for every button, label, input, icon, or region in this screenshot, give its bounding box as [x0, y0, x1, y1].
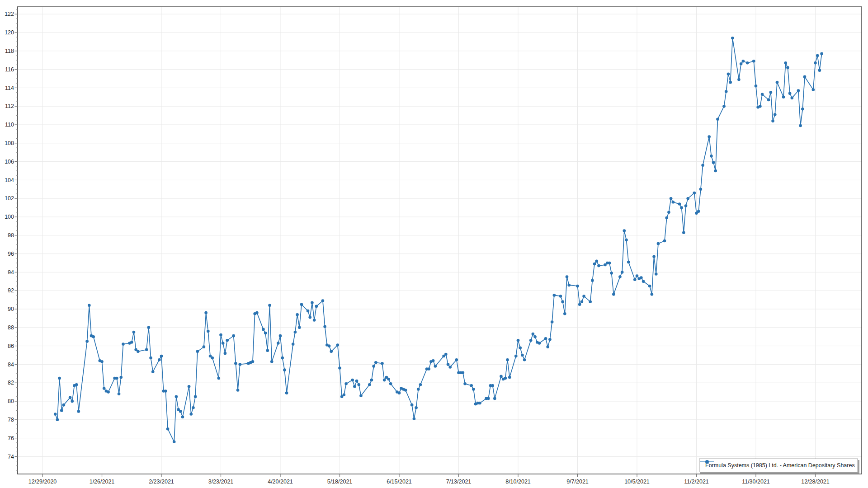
x-axis-tick-label: 5/18/2021 — [327, 479, 353, 485]
data-point-marker — [251, 360, 255, 363]
data-point-marker — [56, 418, 59, 422]
data-point-marker — [410, 404, 414, 407]
data-point-marker — [381, 362, 384, 365]
data-point-marker — [296, 313, 299, 316]
data-point-marker — [262, 328, 265, 331]
data-point-marker — [784, 61, 787, 65]
data-point-marker — [351, 379, 354, 382]
data-point-marker — [294, 331, 297, 334]
data-point-marker — [462, 371, 465, 374]
data-point-marker — [623, 229, 626, 232]
y-axis-tick-label: 82 — [8, 380, 14, 386]
data-point-marker — [88, 304, 91, 307]
y-axis-tick-label: 80 — [8, 398, 14, 404]
data-point-marker — [219, 333, 222, 337]
y-axis-tick-label: 76 — [8, 435, 14, 441]
data-point-marker — [655, 272, 658, 276]
y-axis-tick-label: 92 — [8, 287, 14, 294]
data-point-marker — [782, 96, 785, 99]
legend-series-marker-icon — [699, 459, 715, 465]
data-point-marker — [58, 377, 61, 380]
data-point-marker — [551, 320, 554, 324]
y-axis-tick-label: 96 — [8, 251, 14, 257]
data-point-marker — [374, 361, 377, 364]
data-point-marker — [727, 73, 730, 76]
data-point-marker — [693, 192, 696, 195]
data-point-marker — [627, 261, 630, 264]
data-point-marker — [678, 202, 681, 206]
data-point-marker — [211, 357, 214, 360]
data-point-marker — [115, 377, 118, 380]
data-point-marker — [404, 389, 407, 392]
y-axis-tick-label: 74 — [8, 454, 14, 460]
data-point-marker — [71, 400, 74, 403]
gridlines — [18, 7, 862, 474]
data-point-markers — [54, 37, 823, 443]
data-point-marker — [803, 75, 807, 79]
data-point-marker — [338, 366, 341, 370]
data-point-marker — [610, 272, 613, 275]
x-axis-tick-label: 3/23/2021 — [208, 479, 234, 485]
data-point-marker — [697, 210, 700, 213]
y-axis-tick-label: 98 — [8, 232, 14, 239]
data-point-marker — [234, 362, 237, 365]
data-point-marker — [277, 342, 280, 345]
price-chart[interactable]: 7476788082848688909294969810010210410610… — [0, 0, 868, 488]
x-axis-tick-label: 8/10/2021 — [505, 479, 531, 485]
data-point-marker — [519, 346, 522, 349]
data-point-marker — [308, 316, 311, 319]
data-point-marker — [699, 188, 703, 191]
data-point-marker — [508, 376, 511, 379]
data-point-marker — [710, 155, 713, 158]
data-point-marker — [330, 350, 333, 353]
y-axis-tick-label: 122 — [5, 11, 14, 17]
data-point-marker — [181, 415, 184, 418]
data-point-marker — [149, 357, 152, 360]
data-point-marker — [769, 91, 773, 94]
data-point-marker — [315, 305, 318, 308]
data-point-marker — [799, 124, 802, 127]
data-point-marker — [544, 337, 547, 340]
data-point-marker — [533, 335, 537, 338]
y-axis-tick-label: 108 — [5, 140, 14, 146]
y-axis-tick-label: 90 — [8, 306, 14, 312]
data-point-marker — [478, 402, 481, 405]
data-point-marker — [311, 301, 314, 304]
y-axis-tick-label: 106 — [5, 159, 14, 165]
data-point-marker — [767, 99, 770, 102]
x-axis-tick-label: 7/13/2021 — [446, 479, 472, 485]
data-point-marker — [686, 197, 689, 200]
data-point-marker — [814, 61, 817, 65]
data-point-marker — [578, 303, 581, 306]
data-point-marker — [761, 93, 764, 96]
data-point-marker — [447, 363, 450, 366]
x-axis-tick-label: 12/29/2020 — [28, 479, 57, 485]
data-point-marker — [563, 312, 566, 315]
data-point-marker — [283, 368, 286, 371]
data-point-marker — [665, 216, 668, 220]
data-point-marker — [640, 276, 643, 279]
data-point-marker — [797, 89, 800, 92]
data-point-marker — [196, 350, 199, 353]
data-point-marker — [708, 135, 711, 138]
data-point-marker — [491, 384, 494, 387]
data-point-marker — [589, 300, 592, 303]
x-axis-tick-label: 4/20/2021 — [268, 479, 293, 485]
x-axis-tick-label: 11/30/2021 — [742, 479, 770, 485]
data-point-marker — [432, 359, 435, 362]
data-point-marker — [532, 333, 535, 336]
data-point-marker — [529, 339, 533, 342]
data-point-marker — [597, 264, 600, 267]
x-axis-tick-label: 1/26/2021 — [90, 479, 115, 485]
data-point-marker — [222, 342, 225, 345]
data-point-marker — [266, 349, 269, 352]
data-point-marker — [591, 279, 594, 282]
data-point-marker — [636, 274, 639, 277]
data-point-marker — [389, 382, 392, 385]
data-point-marker — [612, 293, 615, 296]
data-point-marker — [621, 271, 624, 274]
y-axis-tick-label: 114 — [5, 85, 14, 91]
data-point-marker — [100, 360, 104, 363]
data-point-marker — [712, 161, 715, 164]
y-axis-tick-label: 116 — [5, 66, 14, 73]
